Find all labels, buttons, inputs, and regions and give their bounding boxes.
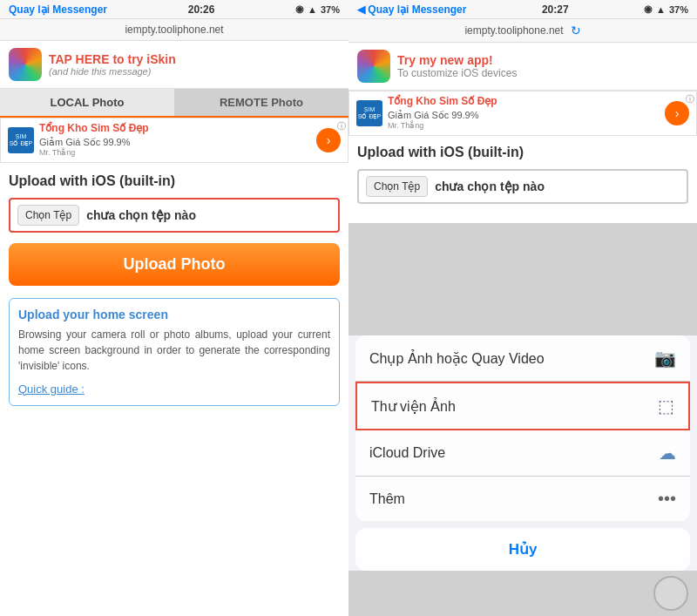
action-photo-library[interactable]: Thư viện Ảnh ⬚ — [355, 382, 690, 430]
promo-main-left: TAP HERE to try iSkin — [49, 52, 340, 66]
battery-icon: 37% — [321, 4, 340, 15]
action-sheet-container: Chụp Ảnh hoặc Quay Video 📷 Thư viện Ảnh … — [348, 335, 697, 616]
action-sheet-overlay: Chụp Ảnh hoặc Quay Video 📷 Thư viện Ảnh … — [348, 223, 697, 616]
home-screen-title: Upload your home screen — [18, 308, 330, 322]
right-file-placeholder: chưa chọn tệp nào — [435, 179, 545, 193]
iskin-logo-right — [357, 50, 390, 83]
capture-label: Chụp Ảnh hoặc Quay Video — [369, 350, 545, 367]
home-screen-desc: Browsing your camera roll or photo album… — [18, 327, 330, 374]
left-phone-panel: Quay lại Messenger 20:26 ◉ ▲ 37% iempty.… — [0, 0, 348, 616]
right-status-bar: ◀ Quay lại Messenger 20:27 ◉ ▲ 37% — [348, 0, 697, 19]
left-iskin-header: TAP HERE to try iSkin (and hide this mes… — [0, 41, 348, 89]
home-button[interactable] — [653, 576, 688, 611]
dots-icon: ••• — [658, 489, 676, 509]
tab-local-photo[interactable]: LOCAL Photo — [0, 89, 174, 116]
home-screen-section: Upload your home screen Browsing your ca… — [9, 298, 340, 406]
right-status-bar-left: ◀ Quay lại Messenger — [357, 3, 466, 16]
choose-file-button[interactable]: Chọn Tệp — [17, 205, 79, 226]
status-bar-left: Quay lại Messenger — [9, 3, 107, 16]
left-promo[interactable]: TAP HERE to try iSkin (and hide this mes… — [49, 52, 340, 77]
ad-logo-right: SIMSỐ ĐẸP — [356, 100, 382, 126]
ad-close-left[interactable]: ⓘ — [337, 120, 346, 132]
right-status-icons: ◉ ▲ 37% — [644, 3, 688, 15]
right-time-display: 20:27 — [542, 3, 569, 16]
promo-sub-right: To customize iOS devices — [397, 67, 688, 79]
right-ad-banner: SIMSỐ ĐẸP Tổng Kho Sim Số Đẹp Giảm Giá S… — [348, 91, 697, 136]
action-capture-photo[interactable]: Chụp Ảnh hoặc Quay Video 📷 — [355, 335, 690, 382]
right-iskin-header: Try my new app! To customize iOS devices — [348, 43, 697, 91]
ad-text-right: Tổng Kho Sim Số Đẹp Giảm Giá Sốc 99.9% M… — [388, 95, 660, 132]
right-promo[interactable]: Try my new app! To customize iOS devices — [397, 53, 688, 79]
iskin-logo-left — [9, 48, 42, 81]
status-icons: ◉ ▲ 37% — [295, 3, 340, 15]
left-content: Upload with iOS (built-in) Chọn Tệp chưa… — [0, 163, 348, 616]
signal-icon: ◉ — [295, 3, 304, 15]
cancel-button[interactable]: Hủy — [355, 528, 690, 571]
left-tab-bar: LOCAL Photo REMOTE Photo — [0, 89, 348, 118]
home-button-area — [348, 571, 697, 616]
refresh-icon[interactable]: ↻ — [571, 24, 581, 37]
time-display: 20:26 — [188, 3, 215, 16]
back-button[interactable]: Quay lại Messenger — [9, 3, 107, 16]
action-more[interactable]: Thêm ••• — [355, 477, 690, 521]
promo-sub-left: (and hide this message) — [49, 66, 340, 77]
right-signal-icon: ◉ — [644, 3, 653, 15]
left-ad-banner: SIMSỐ ĐẸP Tổng Kho Sim Số Đẹp Giảm Giá S… — [0, 118, 348, 163]
left-address-bar[interactable]: iempty.tooliphone.net — [0, 19, 348, 41]
cloud-icon: ☁ — [659, 443, 676, 464]
right-back-button[interactable]: ◀ Quay lại Messenger — [357, 3, 466, 16]
wifi-icon: ▲ — [308, 4, 317, 15]
tab-remote-photo[interactable]: REMOTE Photo — [174, 89, 348, 116]
left-section-title: Upload with iOS (built-in) — [9, 173, 340, 189]
more-label: Thêm — [369, 491, 405, 507]
right-battery-icon: 37% — [669, 4, 688, 15]
camera-icon: 📷 — [654, 348, 676, 369]
quick-guide-link[interactable]: Quick guide : — [18, 382, 85, 396]
file-input-row: Chọn Tệp chưa chọn tệp nào — [9, 198, 340, 233]
right-content-top: Upload with iOS (built-in) Chọn Tệp chưa… — [348, 136, 697, 223]
right-file-input-row: Chọn Tệp chưa chọn tệp nào — [357, 169, 688, 204]
ad-close-right[interactable]: ⓘ — [686, 93, 694, 105]
icloud-label: iCloud Drive — [369, 445, 445, 461]
right-address-bar[interactable]: iempty.tooliphone.net ↻ — [348, 19, 697, 43]
right-section-title: Upload with iOS (built-in) — [357, 145, 688, 160]
right-phone-panel: ◀ Quay lại Messenger 20:27 ◉ ▲ 37% iempt… — [348, 0, 697, 616]
left-status-bar: Quay lại Messenger 20:26 ◉ ▲ 37% — [0, 0, 348, 19]
right-choose-file-button[interactable]: Chọn Tệp — [366, 176, 428, 197]
promo-main-right: Try my new app! — [397, 53, 688, 67]
photo-library-label: Thư viện Ảnh — [371, 398, 456, 415]
ad-text-left: Tổng Kho Sim Số Đẹp Giảm Giá Sốc 99.9% M… — [39, 122, 311, 159]
overlay-backdrop — [348, 223, 697, 335]
action-icloud[interactable]: iCloud Drive ☁ — [355, 430, 690, 477]
upload-photo-button[interactable]: Upload Photo — [9, 243, 340, 286]
action-sheet: Chụp Ảnh hoặc Quay Video 📷 Thư viện Ảnh … — [355, 335, 690, 521]
ad-logo-left: SIMSỐ ĐẸP — [8, 127, 34, 153]
photo-library-icon: ⬚ — [658, 396, 674, 416]
file-placeholder: chưa chọn tệp nào — [86, 208, 196, 222]
right-wifi-icon: ▲ — [656, 4, 666, 15]
